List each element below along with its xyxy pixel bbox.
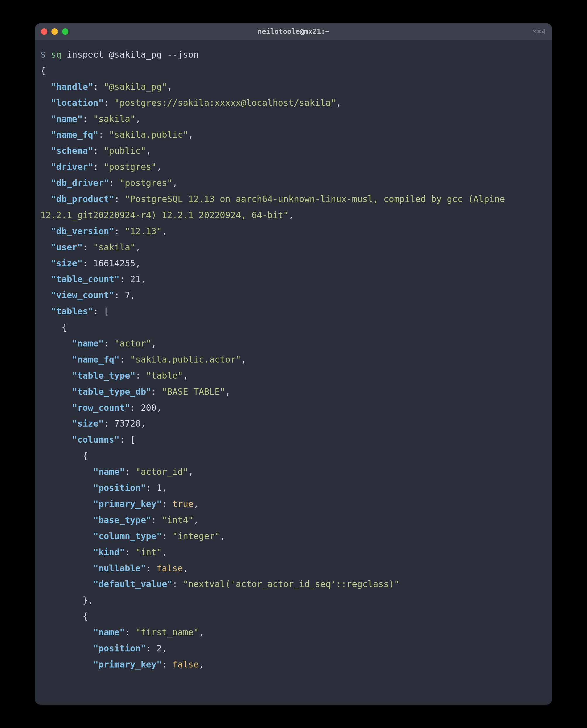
- json-val: "nextval('actor_actor_id_seq'::regclass)…: [183, 579, 400, 589]
- json-key: "primary_key": [93, 659, 162, 670]
- command-bin: sq: [51, 49, 62, 60]
- json-key: "tables": [51, 306, 93, 316]
- json-key: "nullable": [93, 563, 146, 573]
- json-key: "user": [51, 242, 83, 252]
- json-key: "db_product": [51, 194, 114, 204]
- json-key: "columns": [72, 435, 120, 445]
- json-val: "sakila": [93, 114, 136, 124]
- json-val: 7: [125, 290, 130, 300]
- json-key: "view_count": [51, 290, 114, 300]
- json-key: "schema": [51, 146, 93, 156]
- command-target: @sakila_pg: [109, 49, 162, 60]
- json-key: "table_type_db": [72, 386, 151, 397]
- json-key: "driver": [51, 162, 93, 172]
- json-val: 200: [141, 403, 157, 413]
- terminal-body[interactable]: $ sq inspect @sakila_pg --json { "handle…: [35, 40, 552, 705]
- terminal-window: neilotoole@mx21:~ ⌥⌘4 $ sq inspect @saki…: [35, 23, 552, 705]
- json-val: "public": [104, 146, 146, 156]
- prompt-symbol: $: [40, 49, 46, 60]
- json-val: "postgres": [120, 178, 172, 188]
- minimize-icon[interactable]: [51, 28, 58, 35]
- json-val: false: [157, 563, 183, 573]
- json-val: 73728: [114, 418, 141, 429]
- json-val: "@sakila_pg": [104, 81, 167, 92]
- json-key: "default_value": [93, 579, 172, 589]
- json-val: "integer": [172, 531, 220, 541]
- json-key: "kind": [93, 547, 125, 557]
- json-val: 2: [157, 643, 162, 654]
- json-val: "table": [146, 371, 183, 381]
- json-key: "name": [93, 627, 125, 637]
- json-key: "table_type": [72, 371, 135, 381]
- json-val: 16614255: [93, 258, 136, 268]
- terminal-output: $ sq inspect @sakila_pg --json { "handle…: [40, 47, 547, 673]
- json-val: "actor_id": [135, 467, 188, 477]
- json-val: "sakila.public.actor": [130, 354, 241, 365]
- json-key: "name_fq": [72, 354, 120, 365]
- titlebar: neilotoole@mx21:~ ⌥⌘4: [35, 23, 552, 40]
- zoom-icon[interactable]: [62, 28, 68, 35]
- json-key: "size": [51, 258, 83, 268]
- close-icon[interactable]: [41, 28, 47, 35]
- command-flag: --json: [167, 49, 199, 60]
- traffic-lights: [41, 28, 68, 35]
- json-key: "name": [93, 467, 125, 477]
- json-val: "int4": [162, 515, 193, 525]
- json-key: "primary_key": [93, 499, 162, 509]
- json-key: "name_fq": [51, 130, 98, 140]
- json-key: "row_count": [72, 403, 130, 413]
- shortcut-hint: ⌥⌘4: [533, 28, 546, 36]
- json-key: "db_version": [51, 226, 114, 236]
- json-key: "name": [72, 338, 103, 349]
- json-val: "sakila": [93, 242, 136, 252]
- json-key: "base_type": [93, 515, 151, 525]
- json-key: "location": [51, 98, 104, 108]
- json-val: false: [172, 659, 199, 670]
- json-key: "name": [51, 114, 83, 124]
- json-val: "first_name": [135, 627, 199, 637]
- json-val: "int": [135, 547, 162, 557]
- json-key: "table_count": [51, 274, 120, 284]
- json-val: "BASE TABLE": [162, 386, 225, 397]
- json-key: "position": [93, 483, 146, 493]
- json-key: "size": [72, 418, 103, 429]
- json-val: 21: [130, 274, 141, 284]
- json-val: "12.13": [125, 226, 162, 236]
- json-val: "sakila.public": [109, 130, 188, 140]
- json-key: "db_driver": [51, 178, 109, 188]
- json-key: "position": [93, 643, 146, 654]
- json-val: "actor": [114, 338, 151, 349]
- command-sub: inspect: [67, 49, 103, 60]
- json-val: 1: [157, 483, 162, 493]
- json-key: "column_type": [93, 531, 162, 541]
- json-val: true: [172, 499, 193, 509]
- json-val: "postgres://sakila:xxxxx@localhost/sakil…: [114, 98, 336, 108]
- json-val: "postgres": [104, 162, 157, 172]
- window-title: neilotoole@mx21:~: [258, 27, 329, 36]
- json-key: "handle": [51, 81, 93, 92]
